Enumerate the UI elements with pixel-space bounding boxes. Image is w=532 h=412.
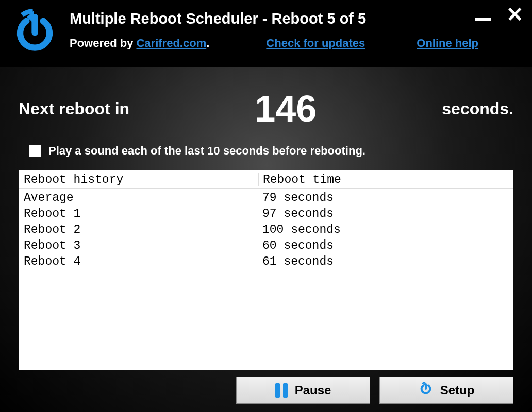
powered-row: Powered by Carifred.com . Check for upda… [70, 37, 522, 50]
countdown-value: 146 [129, 88, 442, 130]
history-name: Average [24, 190, 258, 206]
history-name: Reboot 1 [24, 206, 258, 222]
title-bar: Multiple Reboot Scheduler - Reboot 5 of … [0, 0, 532, 67]
history-time: 79 seconds [258, 190, 508, 206]
window-controls: ✕ [475, 4, 524, 25]
powered-suffix: . [206, 37, 209, 50]
window-title: Multiple Reboot Scheduler - Reboot 5 of … [70, 10, 522, 27]
history-header-col1[interactable]: Reboot history [24, 173, 258, 186]
history-header: Reboot history Reboot time [19, 170, 513, 189]
button-row: Pause Setup [0, 370, 532, 404]
power-reboot-icon [10, 8, 59, 57]
table-row[interactable]: Average 79 seconds [24, 190, 508, 206]
play-sound-checkbox[interactable] [29, 145, 41, 157]
history-name: Reboot 2 [24, 222, 258, 238]
history-time: 97 seconds [258, 206, 508, 222]
setup-button[interactable]: Setup [379, 377, 513, 404]
history-time: 61 seconds [258, 254, 508, 270]
carifred-link[interactable]: Carifred.com [136, 37, 206, 50]
table-row[interactable]: Reboot 2 100 seconds [24, 222, 508, 238]
setup-button-label: Setup [440, 383, 475, 398]
table-row[interactable]: Reboot 3 60 seconds [24, 238, 508, 254]
minimize-icon[interactable] [475, 18, 491, 21]
powered-prefix: Powered by [70, 37, 133, 50]
countdown-row: Next reboot in 146 seconds. [0, 88, 532, 130]
pause-icon [275, 383, 288, 398]
history-time: 60 seconds [258, 238, 508, 254]
close-icon[interactable]: ✕ [506, 4, 524, 25]
table-row[interactable]: Reboot 1 97 seconds [24, 206, 508, 222]
history-body: Average 79 seconds Reboot 1 97 seconds R… [19, 189, 513, 271]
app-window: Multiple Reboot Scheduler - Reboot 5 of … [0, 0, 532, 412]
play-sound-label: Play a sound each of the last 10 seconds… [48, 144, 365, 158]
history-time: 100 seconds [258, 222, 508, 238]
sound-option-row: Play a sound each of the last 10 seconds… [0, 144, 532, 158]
check-updates-link[interactable]: Check for updates [266, 37, 365, 50]
countdown-suffix: seconds. [442, 99, 513, 118]
history-name: Reboot 3 [24, 238, 258, 254]
history-header-col2[interactable]: Reboot time [258, 173, 508, 186]
title-block: Multiple Reboot Scheduler - Reboot 5 of … [70, 5, 522, 50]
reboot-history-panel: Reboot history Reboot time Average 79 se… [19, 170, 513, 370]
table-row[interactable]: Reboot 4 61 seconds [24, 254, 508, 270]
countdown-label: Next reboot in [19, 99, 129, 118]
pause-button-label: Pause [295, 383, 331, 398]
power-icon [419, 382, 433, 399]
online-help-link[interactable]: Online help [417, 37, 478, 50]
pause-button[interactable]: Pause [236, 377, 370, 404]
history-name: Reboot 4 [24, 254, 258, 270]
